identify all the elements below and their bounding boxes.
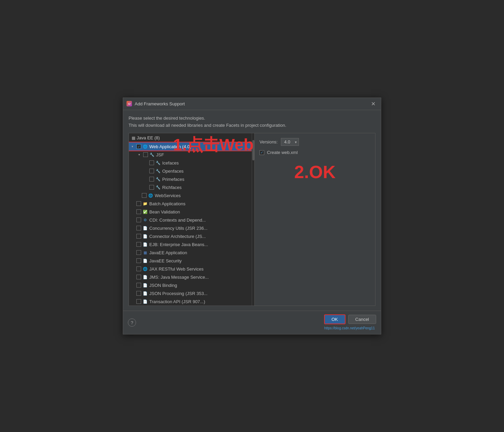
main-content: 1.点击Web ... ▦ Java EE (8) ▾ ✓ 🌐 Web Appl… (129, 133, 375, 306)
checkbox-jsf[interactable] (143, 152, 148, 157)
tree-item-concurrency[interactable]: ▸ 📄 Concurrency Utils (JSR 236... (129, 224, 254, 232)
json-bind-icon: 📄 (142, 282, 148, 288)
checkbox-json-proc[interactable] (136, 291, 141, 296)
tree-item-primefaces[interactable]: 🔧 Primefaces (129, 175, 254, 183)
tree-item-webservices[interactable]: 🌐 WebServices (129, 191, 254, 200)
cancel-button[interactable]: Cancel (348, 315, 376, 324)
version-select[interactable]: 3.0 3.1 4.0 (281, 138, 299, 146)
description: Please select the desired technologies. … (129, 115, 375, 129)
batch-icon: 📁 (142, 201, 148, 206)
action-buttons: OK Cancel (324, 314, 376, 324)
group-label: Java EE (8) (137, 135, 160, 140)
versions-label: Versions: (259, 139, 278, 144)
bean-icon: ✅ (142, 209, 148, 214)
icefaces-icon: 🔧 (155, 160, 161, 166)
json-bind-label: JSON Binding (149, 283, 177, 288)
checkbox-javaee-sec[interactable] (136, 258, 141, 263)
checkbox-json-bind[interactable] (136, 283, 141, 288)
web-icon: 🌐 (142, 144, 148, 149)
jax-rest-icon: 🌐 (142, 266, 148, 272)
jms-icon: 📄 (142, 274, 148, 280)
checkbox-bean[interactable] (136, 209, 141, 214)
tree-item-transaction[interactable]: ▸ 📄 Transaction API (JSR 907...) (129, 297, 254, 306)
dialog-title: Add Frameworks Support (135, 101, 366, 106)
checkbox-icefaces[interactable] (149, 160, 154, 165)
batch-label: Batch Applications (149, 201, 185, 206)
tree-item-richfaces[interactable]: 🔧 Richfaces (129, 183, 254, 191)
version-select-wrap: 3.0 3.1 4.0 (281, 138, 299, 146)
checkbox-webservices[interactable] (142, 193, 147, 198)
checkbox-openfaces[interactable] (149, 169, 154, 173)
richfaces-icon: 🔧 (155, 185, 161, 190)
jax-rest-label: JAX RESTful Web Services (149, 266, 203, 272)
openfaces-icon: 🔧 (155, 168, 161, 174)
tree-item-ejb[interactable]: ▸ 📄 EJB: Enterprise Java Beans... (129, 240, 254, 248)
concurrency-label: Concurrency Utils (JSR 236... (149, 226, 207, 231)
connector-icon: 📄 (142, 234, 148, 239)
ejb-label: EJB: Enterprise Java Beans... (149, 242, 208, 247)
checkbox-javaee-app[interactable] (136, 250, 141, 255)
create-xml-checkbox[interactable]: ✓ (259, 150, 264, 155)
app-icon: IJ (127, 101, 132, 106)
tree-item-web-app[interactable]: ▾ ✓ 🌐 Web Application (4.0) (129, 142, 254, 151)
connector-label: Connector Architecture (JS... (149, 234, 206, 239)
tree-item-jms[interactable]: ▸ 📄 JMS: Java Message Service... (129, 273, 254, 281)
description-line1: Please select the desired technologies. (129, 115, 375, 122)
tree-item-jax-rest[interactable]: ▸ 🌐 JAX RESTful Web Services (129, 265, 254, 273)
bean-label: Bean Validation (149, 209, 180, 214)
checkbox-batch[interactable] (136, 201, 141, 206)
webservices-label: WebServices (155, 193, 181, 198)
close-button[interactable]: ✕ (369, 100, 377, 108)
tree-item-batch[interactable]: ▸ 📁 Batch Applications (129, 200, 254, 208)
step2-annotation: 2.OK (259, 155, 370, 189)
jsf-label: JSF (156, 152, 164, 157)
checkbox-primefaces[interactable] (149, 177, 154, 182)
tree-item-openfaces[interactable]: 🔧 Openfaces (129, 167, 254, 175)
checkbox-ejb[interactable] (136, 242, 141, 247)
tree-item-cdi[interactable]: ▸ ⚙ CDI: Contexts and Depend... (129, 216, 254, 224)
watermark: https://blog.csdn.net/yeahPeng11 (323, 326, 376, 331)
expand-icon: ▾ (132, 145, 135, 148)
web-app-label: Web Application (4.0) (149, 144, 191, 149)
tree-panel: 1.点击Web ... ▦ Java EE (8) ▾ ✓ 🌐 Web Appl… (129, 133, 255, 306)
concurrency-icon: 📄 (142, 225, 148, 231)
dialog-body: Please select the desired technologies. … (123, 110, 381, 311)
tree-item-connector[interactable]: ▸ 📄 Connector Architecture (JS... (129, 232, 254, 240)
help-button[interactable]: ? (128, 318, 136, 327)
description-line2: This will download all needed libraries … (129, 122, 375, 129)
webservices-icon: 🌐 (148, 193, 153, 198)
primefaces-icon: 🔧 (155, 176, 161, 182)
json-proc-label: JSON Processing (JSR 353... (149, 291, 207, 296)
checkbox-richfaces[interactable] (149, 185, 154, 190)
checkbox-web-app[interactable]: ✓ (136, 144, 141, 149)
checkbox-cdi[interactable] (136, 218, 141, 222)
javaee-app-icon: ▦ (142, 250, 148, 255)
checkbox-jax-rest[interactable] (136, 266, 141, 271)
tree-item-jsf[interactable]: ▾ 🔧 JSF (129, 151, 254, 159)
checkbox-concurrency[interactable] (136, 226, 141, 230)
icefaces-label: Icefaces (162, 160, 179, 166)
create-xml-label: Create web.xml (267, 150, 298, 155)
checkbox-transaction[interactable] (136, 299, 141, 304)
tree-item-bean[interactable]: ▸ ✅ Bean Validation (129, 208, 254, 216)
checkbox-jms[interactable] (136, 275, 141, 279)
transaction-icon: 📄 (142, 299, 148, 304)
ok-button[interactable]: OK (324, 314, 346, 324)
tree-item-json-bind[interactable]: ▸ 📄 JSON Binding (129, 281, 254, 289)
expand-jsf: ▾ (138, 153, 142, 156)
richfaces-label: Richfaces (162, 185, 182, 190)
javaee-sec-icon: 📄 (142, 258, 148, 263)
group-icon: ▦ (132, 136, 135, 140)
tree-item-json-proc[interactable]: ▸ 📄 JSON Processing (JSR 353... (129, 289, 254, 297)
checkbox-connector[interactable] (136, 234, 141, 239)
title-bar: IJ Add Frameworks Support ✕ (123, 98, 381, 110)
tree-item-icefaces[interactable]: 🔧 Icefaces (129, 159, 254, 167)
add-frameworks-dialog: IJ Add Frameworks Support ✕ Please selec… (123, 98, 381, 335)
create-xml-row: ✓ Create web.xml (259, 150, 370, 155)
openfaces-label: Openfaces (162, 169, 184, 174)
tree-item-javaee-sec[interactable]: ▸ 📄 JavaEE Security (129, 257, 254, 265)
cdi-icon: ⚙ (142, 217, 148, 223)
right-panel: Versions: 3.0 3.1 4.0 ✓ Create web.xml 2… (255, 133, 375, 306)
tree-item-javaee-app[interactable]: ▸ ▦ JavaEE Application (129, 248, 254, 257)
bottom-bar: ? OK Cancel https://blog.csdn.net/yeahPe… (123, 311, 381, 334)
